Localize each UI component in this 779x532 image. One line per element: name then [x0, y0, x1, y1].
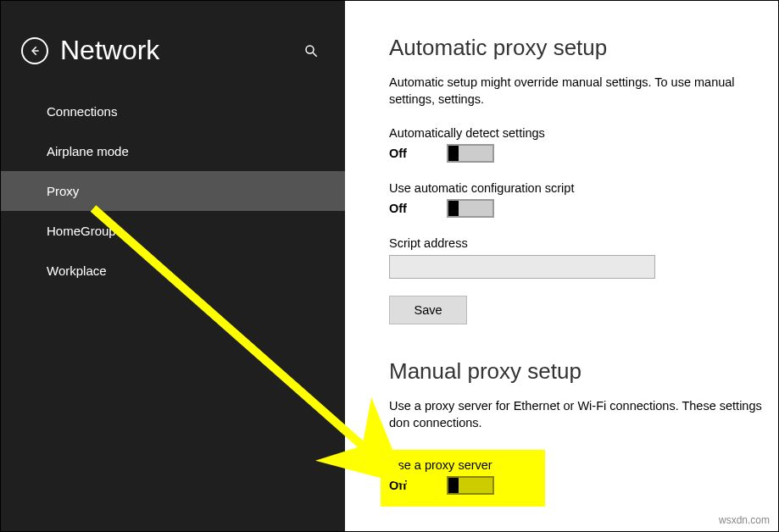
auto-script-label: Use automatic configuration script: [389, 181, 778, 195]
content-pane: Automatic proxy setup Automatic setup mi…: [345, 1, 778, 531]
script-address-input[interactable]: [389, 255, 655, 279]
sidebar-item-airplane-mode[interactable]: Airplane mode: [1, 131, 345, 171]
sidebar-item-connections[interactable]: Connections: [1, 91, 345, 131]
automatic-description: Automatic setup might override manual se…: [389, 75, 778, 108]
manual-section: Manual proxy setup Use a proxy server fo…: [389, 358, 778, 507]
sidebar-header: Network: [1, 35, 345, 91]
arrow-left-icon: [29, 45, 41, 57]
save-button[interactable]: Save: [389, 296, 467, 324]
auto-script-setting: Use automatic configuration script Off: [389, 181, 778, 218]
auto-detect-toggle[interactable]: [447, 144, 494, 163]
sidebar-item-proxy[interactable]: Proxy: [1, 171, 345, 211]
automatic-heading: Automatic proxy setup: [389, 35, 778, 61]
use-proxy-label: Use a proxy server: [389, 458, 494, 472]
page-title: Network: [60, 35, 298, 66]
sidebar-item-homegroup[interactable]: HomeGroup: [1, 211, 345, 251]
auto-detect-label: Automatically detect settings: [389, 126, 778, 140]
script-address-setting: Script address Save: [389, 236, 778, 324]
auto-detect-state: Off: [389, 147, 413, 160]
sidebar-nav: Connections Airplane mode Proxy HomeGrou…: [1, 91, 345, 291]
sidebar-item-workplace[interactable]: Workplace: [1, 251, 345, 291]
script-address-label: Script address: [389, 236, 778, 250]
auto-script-toggle[interactable]: [447, 199, 494, 218]
back-button[interactable]: [21, 37, 48, 64]
svg-point-0: [306, 46, 314, 53]
sidebar: Network Connections Airplane mode Proxy …: [1, 1, 345, 531]
manual-heading: Manual proxy setup: [389, 358, 778, 385]
use-proxy-toggle[interactable]: [447, 476, 494, 495]
search-icon: [303, 43, 319, 58]
manual-description: Use a proxy server for Ethernet or Wi-Fi…: [389, 398, 778, 431]
use-proxy-state: Off: [389, 479, 413, 492]
auto-detect-setting: Automatically detect settings Off: [389, 126, 778, 163]
auto-script-state: Off: [389, 202, 413, 215]
watermark: wsxdn.com: [719, 514, 770, 526]
use-proxy-highlight: Use a proxy server Off: [381, 450, 545, 507]
search-button[interactable]: [298, 37, 325, 64]
